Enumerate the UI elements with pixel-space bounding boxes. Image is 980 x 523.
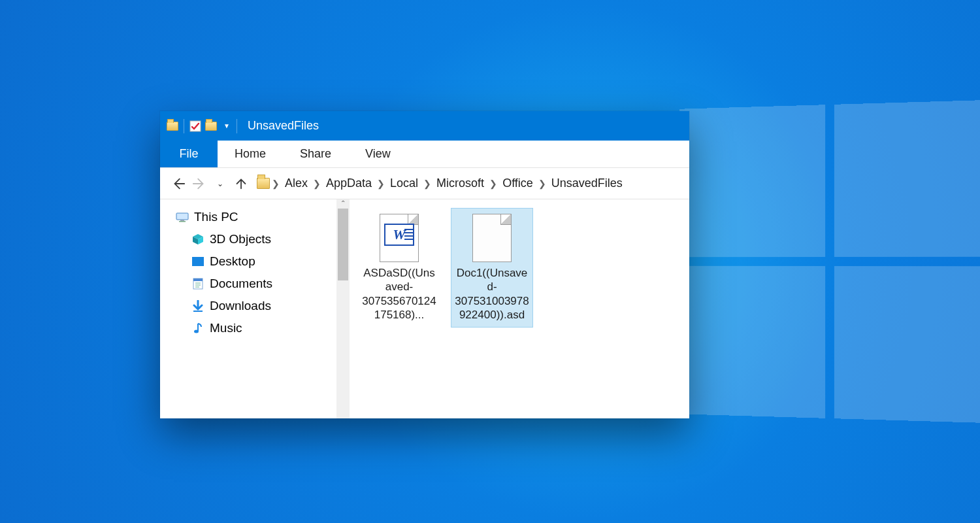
quick-access-toolbar: ▼: [165, 119, 234, 133]
back-button[interactable]: [168, 173, 189, 194]
qat-dropdown-icon[interactable]: ▼: [220, 119, 234, 133]
scrollbar-thumb[interactable]: [338, 209, 348, 280]
svg-point-11: [194, 330, 199, 333]
properties-icon[interactable]: [188, 119, 203, 133]
forward-button[interactable]: [189, 173, 210, 194]
tree-item-label: Documents: [210, 277, 272, 291]
tree-3d-objects[interactable]: 3D Objects: [176, 228, 334, 250]
breadcrumb-segment[interactable]: UnsavedFiles: [548, 175, 626, 192]
generic-file-icon: [469, 212, 515, 263]
navigation-pane: This PC 3D Objects Desktop Documents: [160, 199, 336, 418]
file-tab[interactable]: File: [160, 141, 218, 167]
chevron-right-icon[interactable]: ❯: [489, 178, 498, 189]
separator: [184, 119, 184, 133]
desktop-icon: [191, 255, 204, 268]
navigation-bar: ⌄ ❯ Alex ❯ AppData ❯ Local ❯ Microsoft ❯…: [160, 168, 689, 199]
svg-rect-2: [180, 220, 184, 221]
tree-music[interactable]: Music: [176, 317, 334, 339]
breadcrumb-segment[interactable]: Local: [387, 175, 421, 192]
tree-documents[interactable]: Documents: [176, 273, 334, 295]
word-document-icon: W: [376, 212, 422, 263]
breadcrumb-segment[interactable]: Microsoft: [433, 175, 487, 192]
svg-rect-4: [192, 257, 204, 266]
navpane-scrollbar[interactable]: ⌃: [336, 199, 350, 418]
folder-icon: [257, 177, 270, 190]
recent-locations-dropdown-icon[interactable]: ⌄: [210, 173, 231, 194]
file-item[interactable]: Doc1((Unsaved-307531003978922400)).asd: [451, 209, 532, 327]
address-bar[interactable]: ❯ Alex ❯ AppData ❯ Local ❯ Microsoft ❯ O…: [257, 173, 626, 195]
breadcrumb-segment[interactable]: AppData: [323, 175, 375, 192]
tree-item-label: Desktop: [210, 254, 255, 269]
file-name-label: Doc1((Unsaved-307531003978922400)).asd: [454, 266, 530, 322]
folder-icon: [165, 119, 180, 133]
tab-share[interactable]: Share: [283, 141, 348, 167]
svg-rect-3: [179, 221, 186, 222]
breadcrumb-segment[interactable]: Office: [499, 175, 536, 192]
ribbon-tabs: File Home Share View: [160, 141, 689, 168]
svg-rect-6: [193, 278, 203, 281]
file-item[interactable]: W ASDaSD((Unsaved-307535670124175168)...: [359, 209, 440, 327]
pc-icon: [176, 211, 189, 224]
chevron-right-icon[interactable]: ❯: [376, 178, 385, 189]
svg-rect-1: [176, 213, 188, 220]
tree-this-pc[interactable]: This PC: [176, 206, 334, 228]
cube-icon: [191, 233, 204, 246]
file-name-label: ASDaSD((Unsaved-307535670124175168)...: [361, 266, 437, 322]
up-button[interactable]: [231, 173, 252, 194]
tab-view[interactable]: View: [348, 141, 408, 167]
chevron-right-icon[interactable]: ❯: [271, 178, 280, 189]
tree-item-label: Downloads: [210, 299, 271, 313]
chevron-right-icon[interactable]: ❯: [423, 178, 432, 189]
tree-desktop[interactable]: Desktop: [176, 250, 334, 273]
scroll-up-icon[interactable]: ⌃: [336, 199, 350, 209]
content-pane[interactable]: W ASDaSD((Unsaved-307535670124175168)...…: [350, 199, 689, 418]
tree-item-label: This PC: [194, 210, 238, 224]
chevron-right-icon[interactable]: ❯: [312, 178, 321, 189]
new-folder-icon[interactable]: [204, 119, 218, 133]
file-explorer-window: ▼ UnsavedFiles File Home Share View ⌄ ❯ …: [160, 111, 689, 418]
titlebar[interactable]: ▼ UnsavedFiles: [160, 111, 689, 141]
separator: [237, 119, 237, 133]
music-note-icon: [191, 322, 204, 335]
tree-downloads[interactable]: Downloads: [176, 295, 334, 317]
desktop-windows-logo: [679, 100, 980, 423]
tree-item-label: Music: [210, 321, 242, 335]
chevron-right-icon[interactable]: ❯: [538, 178, 547, 189]
download-arrow-icon: [191, 299, 204, 312]
breadcrumb-segment[interactable]: Alex: [282, 175, 311, 192]
tab-home[interactable]: Home: [218, 141, 283, 167]
window-title: UnsavedFiles: [248, 119, 319, 133]
tree-item-label: 3D Objects: [210, 232, 271, 246]
documents-icon: [191, 277, 204, 290]
